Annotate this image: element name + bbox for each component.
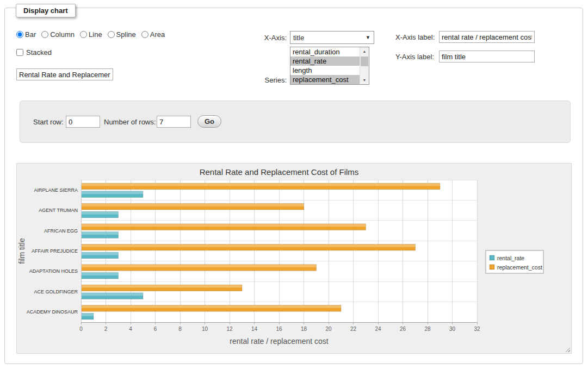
radio-spline[interactable] bbox=[108, 31, 115, 38]
chart-title: Rental Rate and Replacement Cost of Film… bbox=[200, 167, 359, 177]
y-axis-label-label: Y-Axis label: bbox=[395, 53, 438, 61]
scrollbar-track[interactable] bbox=[360, 55, 369, 76]
x-axis-label-input[interactable] bbox=[439, 31, 535, 43]
chart-type-radios: BarColumnLineSplineArea bbox=[16, 30, 165, 39]
fieldset-legend: Display chart bbox=[16, 4, 76, 17]
series-scrollbar[interactable]: ▲ ▼ bbox=[360, 47, 369, 84]
radio-label: Line bbox=[89, 30, 102, 39]
series-option-rental_rate[interactable]: rental_rate bbox=[290, 57, 360, 66]
chart-container: 02468101214161820222426283032AIRPLANE SI… bbox=[16, 163, 572, 354]
svg-text:14: 14 bbox=[251, 326, 258, 332]
x-axis-select[interactable]: title ▼ bbox=[290, 31, 374, 44]
number-of-rows-label: Number of rows: bbox=[104, 118, 156, 126]
radio-area[interactable] bbox=[141, 31, 148, 38]
stacked-label: Stacked bbox=[26, 48, 52, 57]
radio-column[interactable] bbox=[41, 31, 48, 38]
svg-text:2: 2 bbox=[104, 326, 108, 332]
y-axis-label-input[interactable] bbox=[439, 51, 535, 62]
svg-text:rental_rate: rental_rate bbox=[497, 255, 524, 261]
svg-text:28: 28 bbox=[424, 326, 431, 332]
svg-text:AFFAIR PREJUDICE: AFFAIR PREJUDICE bbox=[32, 248, 78, 254]
series-select-label: Series: bbox=[246, 76, 287, 84]
scrollbar-thumb[interactable] bbox=[361, 57, 368, 66]
series-option-length[interactable]: length bbox=[290, 66, 360, 75]
svg-text:24: 24 bbox=[375, 326, 381, 332]
svg-text:12: 12 bbox=[226, 326, 233, 332]
svg-text:AGENT TRUMAN: AGENT TRUMAN bbox=[39, 208, 78, 213]
svg-text:20: 20 bbox=[325, 326, 332, 332]
svg-text:ADAPTATION HOLES: ADAPTATION HOLES bbox=[29, 268, 78, 274]
svg-text:0: 0 bbox=[79, 326, 83, 332]
x-axis-selected-value: title bbox=[293, 34, 304, 42]
radio-line[interactable] bbox=[80, 31, 87, 38]
svg-text:26: 26 bbox=[400, 326, 406, 332]
x-axis-select-label: X-Axis: bbox=[246, 34, 287, 42]
chart-type-option-line[interactable]: Line bbox=[80, 30, 102, 39]
bar-chart: 02468101214161820222426283032AIRPLANE SI… bbox=[17, 164, 571, 352]
start-row-input[interactable] bbox=[66, 116, 100, 128]
scroll-up-icon[interactable]: ▲ bbox=[360, 47, 369, 55]
svg-text:AIRPLANE SIERRA: AIRPLANE SIERRA bbox=[34, 187, 78, 193]
series-option-replacement_cost[interactable]: replacement_cost bbox=[290, 75, 360, 84]
row-controls-panel: Start row: Number of rows: Go bbox=[20, 101, 571, 143]
series-multiselect[interactable]: rental_durationrental_ratelengthreplacem… bbox=[290, 47, 369, 85]
svg-text:ACE GOLDFINGER: ACE GOLDFINGER bbox=[34, 289, 78, 294]
svg-text:AFRICAN EGG: AFRICAN EGG bbox=[44, 228, 78, 234]
svg-text:replacement_cost: replacement_cost bbox=[497, 264, 542, 271]
chart-type-option-area[interactable]: Area bbox=[141, 30, 165, 39]
chart-type-option-spline[interactable]: Spline bbox=[108, 30, 136, 39]
radio-label: Column bbox=[50, 30, 75, 39]
chart-type-option-bar[interactable]: Bar bbox=[16, 30, 36, 39]
svg-text:4: 4 bbox=[129, 326, 132, 332]
svg-text:18: 18 bbox=[301, 326, 307, 332]
stacked-option[interactable]: Stacked bbox=[16, 48, 52, 57]
chart-legend: rental_ratereplacement_cost bbox=[486, 250, 543, 273]
chart-type-option-column[interactable]: Column bbox=[41, 30, 75, 39]
number-of-rows-input[interactable] bbox=[157, 116, 191, 128]
radio-label: Bar bbox=[25, 30, 36, 39]
dropdown-arrow-icon: ▼ bbox=[366, 35, 374, 40]
svg-text:6: 6 bbox=[154, 326, 157, 332]
radio-label: Spline bbox=[116, 30, 136, 39]
series-option-rental_duration[interactable]: rental_duration bbox=[290, 47, 360, 57]
svg-text:30: 30 bbox=[449, 326, 456, 332]
svg-text:16: 16 bbox=[276, 326, 282, 332]
series-options: rental_durationrental_ratelengthreplacem… bbox=[290, 47, 360, 84]
svg-text:32: 32 bbox=[474, 326, 480, 332]
start-row-label: Start row: bbox=[33, 118, 64, 126]
chart-title-input[interactable] bbox=[16, 68, 113, 80]
x-axis-title: rental rate / replacement cost bbox=[230, 337, 328, 346]
svg-text:10: 10 bbox=[202, 326, 208, 332]
y-axis-title: film title bbox=[17, 238, 26, 264]
x-axis-label-label: X-Axis label: bbox=[395, 33, 438, 41]
scroll-down-icon[interactable]: ▼ bbox=[360, 76, 369, 84]
svg-text:ACADEMY DINOSAUR: ACADEMY DINOSAUR bbox=[27, 309, 78, 315]
svg-text:22: 22 bbox=[350, 326, 357, 332]
svg-text:8: 8 bbox=[178, 326, 182, 332]
stacked-checkbox[interactable] bbox=[16, 49, 23, 56]
go-button[interactable]: Go bbox=[197, 115, 221, 128]
radio-label: Area bbox=[150, 30, 165, 39]
radio-bar[interactable] bbox=[16, 31, 23, 38]
